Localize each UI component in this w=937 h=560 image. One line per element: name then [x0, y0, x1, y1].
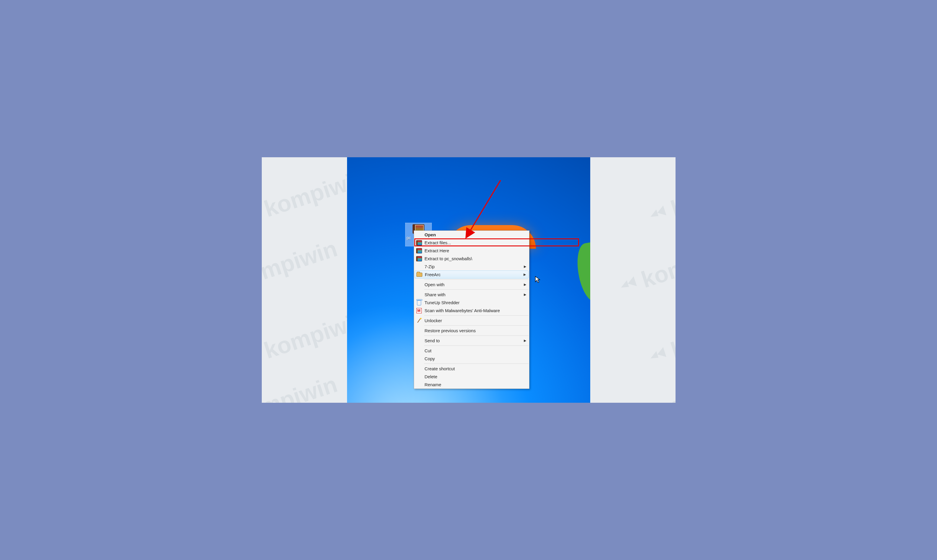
submenu-arrow-icon: ▶ — [524, 283, 526, 286]
menu-item-extract-to-pc-snowballs[interactable]: Extract to pc_snowballs\ — [414, 255, 529, 263]
menu-item-rename[interactable]: Rename — [414, 381, 529, 389]
menu-item-label: Delete — [425, 374, 437, 379]
menu-separator — [424, 325, 529, 326]
menu-item-7-zip[interactable]: 7-Zip▶ — [414, 263, 529, 271]
menu-item-copy[interactable]: Copy — [414, 355, 529, 363]
wallpaper-leaf — [574, 242, 590, 304]
menu-item-tuneup-shredder[interactable]: TuneUp Shredder — [414, 298, 529, 306]
menu-item-label: TuneUp Shredder — [425, 300, 460, 305]
menu-item-send-to[interactable]: Send to▶ — [414, 337, 529, 345]
menu-item-create-shortcut[interactable]: Create shortcut — [414, 365, 529, 373]
watermark: kompiwin — [261, 371, 340, 404]
menu-item-open[interactable]: Open — [414, 231, 529, 239]
menu-item-cut[interactable]: Cut — [414, 347, 529, 355]
menu-item-scan-with-malwarebytes-anti-malware[interactable]: MScan with Malwarebytes' Anti-Malware — [414, 306, 529, 314]
menu-item-freearc[interactable]: FreeArc▶ — [415, 271, 529, 278]
menu-separator — [424, 335, 529, 336]
rar-icon — [416, 256, 422, 262]
menu-item-restore-previous-versions[interactable]: Restore previous versions — [414, 327, 529, 335]
menu-item-label: Create shortcut — [425, 366, 455, 371]
menu-item-share-with[interactable]: Share with▶ — [414, 291, 529, 298]
menu-item-label: Extract Here — [425, 248, 449, 253]
shredder-icon — [416, 300, 422, 306]
menu-separator — [424, 363, 529, 364]
menu-separator — [424, 279, 529, 280]
menu-item-label: Unlocker — [425, 318, 442, 323]
menu-item-unlocker[interactable]: Unlocker — [414, 317, 529, 325]
watermark: kompiwin — [644, 306, 677, 372]
watermark: kompiwin — [644, 165, 677, 231]
menu-item-delete[interactable]: Delete — [414, 373, 529, 381]
menu-item-extract-files[interactable]: Extract files... — [414, 239, 529, 247]
watermark: kompiwin — [261, 235, 340, 301]
menu-item-label: Open — [425, 232, 436, 237]
mouse-cursor-icon — [535, 276, 541, 283]
menu-item-label: Send to — [425, 338, 440, 343]
menu-item-label: FreeArc — [425, 272, 441, 277]
watermark: kompiwin — [614, 235, 677, 301]
watermark: kompiwin — [614, 371, 677, 404]
submenu-arrow-icon: ▶ — [524, 293, 526, 297]
desktop-area[interactable]: ✦ pc OpenExtract files...Extract HereExt… — [347, 157, 590, 403]
menu-item-label: Rename — [425, 382, 442, 387]
menu-item-label: Extract files... — [425, 240, 451, 245]
rar-icon — [416, 240, 422, 246]
menu-item-label: Restore previous versions — [425, 328, 476, 333]
submenu-arrow-icon: ▶ — [524, 339, 526, 343]
menu-item-label: Open with — [425, 282, 445, 287]
menu-item-open-with[interactable]: Open with▶ — [414, 281, 529, 289]
context-menu: OpenExtract files...Extract HereExtract … — [414, 231, 529, 389]
folder-icon — [416, 272, 423, 278]
menu-separator — [424, 289, 529, 290]
page-frame: kompiwin kompiwin kompiwin kompiwin komp… — [261, 156, 677, 404]
menu-separator — [424, 315, 529, 316]
rar-icon — [416, 248, 422, 254]
menu-item-label: Copy — [425, 356, 435, 361]
malwarebytes-icon: M — [416, 308, 422, 314]
menu-item-label: 7-Zip — [425, 264, 435, 269]
submenu-arrow-icon: ▶ — [523, 272, 526, 277]
menu-item-extract-here[interactable]: Extract Here — [414, 247, 529, 255]
menu-item-label: Cut — [425, 348, 431, 353]
menu-item-label: Scan with Malwarebytes' Anti-Malware — [425, 308, 500, 313]
menu-item-label: Share with — [425, 292, 446, 297]
submenu-arrow-icon: ▶ — [524, 265, 526, 269]
wand-icon — [416, 318, 422, 324]
menu-item-label: Extract to pc_snowballs\ — [425, 256, 472, 261]
